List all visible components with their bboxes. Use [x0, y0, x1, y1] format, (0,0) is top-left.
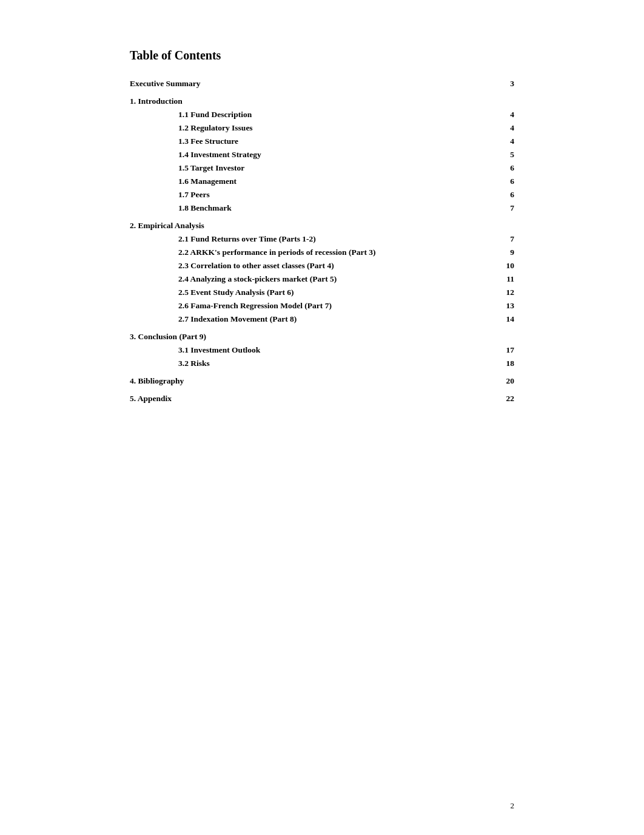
toc-entry-page: 7: [496, 201, 514, 215]
toc-entry-page: 6: [496, 161, 514, 175]
toc-entry-page: 3: [496, 77, 514, 90]
toc-entry-label: 2.7 Indexation Movement (Part 8): [130, 313, 496, 326]
toc-entry-label: 1.7 Peers: [130, 188, 496, 201]
toc-row: 1.3 Fee Structure4: [130, 135, 514, 148]
toc-row: 2.1 Fund Returns over Time (Parts 1-2)7: [130, 232, 514, 246]
toc-entry-page: 13: [496, 299, 514, 313]
toc-row: 1.6 Management6: [130, 175, 514, 188]
toc-entry-label: 3.2 Risks: [130, 357, 496, 370]
toc-entry-label: 2.1 Fund Returns over Time (Parts 1-2): [130, 232, 496, 246]
toc-entry-page: 5: [496, 148, 514, 161]
toc-entry-page: 11: [496, 272, 514, 286]
toc-row: 2.7 Indexation Movement (Part 8)14: [130, 313, 514, 326]
toc-entry-page: 7: [496, 232, 514, 246]
toc-table: Executive Summary31. Introduction1.1 Fun…: [130, 77, 514, 405]
toc-row: 5. Appendix22: [130, 388, 514, 405]
toc-entry-page: 4: [496, 135, 514, 148]
toc-entry-page: 6: [496, 188, 514, 201]
toc-entry-label: 2.4 Analyzing a stock-pickers market (Pa…: [130, 272, 496, 286]
toc-entry-page: 4: [496, 108, 514, 121]
toc-title: Table of Contents: [130, 49, 514, 63]
toc-row: 2. Empirical Analysis: [130, 215, 514, 232]
toc-entry-page: 20: [496, 370, 514, 388]
toc-entry-page: [496, 326, 514, 343]
toc-entry-page: 12: [496, 286, 514, 299]
toc-entry-label: 1.1 Fund Description: [130, 108, 496, 121]
toc-row: 2.3 Correlation to other asset classes (…: [130, 259, 514, 272]
toc-row: 2.4 Analyzing a stock-pickers market (Pa…: [130, 272, 514, 286]
toc-row: 1.4 Investment Strategy5: [130, 148, 514, 161]
toc-entry-label: 4. Bibliography: [130, 370, 496, 388]
toc-entry-page: 9: [496, 246, 514, 259]
toc-row: 1.5 Target Investor6: [130, 161, 514, 175]
toc-row: Executive Summary3: [130, 77, 514, 90]
toc-row: 2.2 ARKK's performance in periods of rec…: [130, 246, 514, 259]
toc-row: 3.2 Risks18: [130, 357, 514, 370]
toc-entry-label: 1.3 Fee Structure: [130, 135, 496, 148]
toc-entry-page: 6: [496, 175, 514, 188]
toc-entry-label: 1.2 Regulatory Issues: [130, 121, 496, 135]
toc-entry-page: [496, 90, 514, 108]
toc-entry-label: 3.1 Investment Outlook: [130, 343, 496, 357]
toc-row: 2.5 Event Study Analysis (Part 6)12: [130, 286, 514, 299]
toc-entry-page: 18: [496, 357, 514, 370]
toc-row: 3. Conclusion (Part 9): [130, 326, 514, 343]
toc-entry-label: 5. Appendix: [130, 388, 496, 405]
toc-entry-label: 1.5 Target Investor: [130, 161, 496, 175]
toc-entry-page: 10: [496, 259, 514, 272]
toc-row: 4. Bibliography20: [130, 370, 514, 388]
page-number: 2: [511, 801, 515, 811]
toc-entry-label: 2.3 Correlation to other asset classes (…: [130, 259, 496, 272]
toc-entry-label: 1.8 Benchmark: [130, 201, 496, 215]
toc-entry-page: 22: [496, 388, 514, 405]
toc-entry-label: 1. Introduction: [130, 90, 496, 108]
toc-entry-page: [496, 215, 514, 232]
toc-entry-label: 2.2 ARKK's performance in periods of rec…: [130, 246, 496, 259]
toc-row: 1.8 Benchmark7: [130, 201, 514, 215]
toc-entry-label: 3. Conclusion (Part 9): [130, 326, 496, 343]
toc-entry-page: 14: [496, 313, 514, 326]
toc-entry-label: 2. Empirical Analysis: [130, 215, 496, 232]
toc-row: 1.1 Fund Description4: [130, 108, 514, 121]
toc-row: 1. Introduction: [130, 90, 514, 108]
toc-row: 1.2 Regulatory Issues4: [130, 121, 514, 135]
toc-row: 2.6 Fama-French Regression Model (Part 7…: [130, 299, 514, 313]
toc-entry-label: 1.6 Management: [130, 175, 496, 188]
toc-row: 3.1 Investment Outlook17: [130, 343, 514, 357]
toc-entry-page: 17: [496, 343, 514, 357]
toc-entry-label: 2.5 Event Study Analysis (Part 6): [130, 286, 496, 299]
toc-entry-label: 1.4 Investment Strategy: [130, 148, 496, 161]
toc-entry-label: Executive Summary: [130, 77, 496, 90]
toc-row: 1.7 Peers6: [130, 188, 514, 201]
page: Table of Contents Executive Summary31. I…: [81, 0, 563, 835]
toc-entry-page: 4: [496, 121, 514, 135]
toc-entry-label: 2.6 Fama-French Regression Model (Part 7…: [130, 299, 496, 313]
